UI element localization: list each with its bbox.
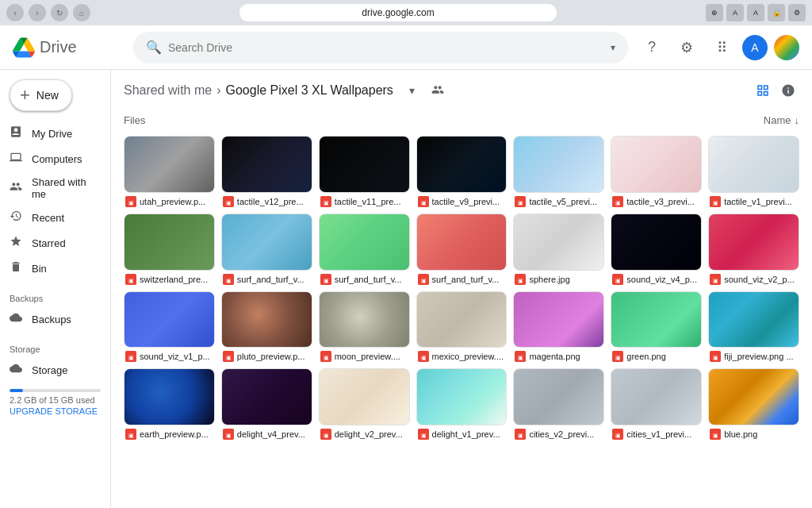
new-button[interactable]: + New	[10, 79, 72, 111]
file-item[interactable]: ▣tactile_v9_previ...	[416, 136, 508, 207]
sidebar-item-bin[interactable]: Bin	[0, 256, 104, 281]
file-name-text: sound_viz_v1_p...	[140, 352, 213, 361]
file-item[interactable]: ▣delight_v2_prev...	[319, 368, 410, 440]
browser-action-3[interactable]: A	[747, 4, 764, 21]
address-bar[interactable]: drive.google.com	[239, 4, 557, 21]
sidebar-item-backups[interactable]: Backups	[0, 306, 104, 332]
file-type-icon: ▣	[515, 429, 526, 440]
file-item[interactable]: ▣switzerland_pre...	[124, 214, 215, 285]
browser-action-4[interactable]: 🔒	[768, 4, 785, 21]
search-bar[interactable]: 🔍 ▾	[133, 32, 628, 64]
file-type-icon: ▣	[223, 196, 234, 207]
file-thumbnail	[319, 136, 410, 193]
file-type-icon: ▣	[418, 351, 429, 362]
sort-control[interactable]: Name ↓	[764, 114, 799, 126]
file-type-icon: ▣	[515, 351, 526, 362]
file-item[interactable]: ▣pluto_preview.p...	[221, 291, 312, 363]
file-name-text: surf_and_turf_v...	[335, 275, 408, 284]
file-thumbnail	[513, 368, 604, 425]
google-account-icon[interactable]	[774, 35, 799, 60]
file-thumbnail	[319, 368, 410, 425]
sidebar-item-recent[interactable]: Recent	[0, 205, 104, 230]
files-header: Files Name ↓	[124, 111, 799, 129]
search-dropdown-icon[interactable]: ▾	[611, 42, 615, 53]
grid-view-button[interactable]	[752, 79, 774, 102]
file-item[interactable]: ▣earth_preview.p...	[124, 368, 215, 440]
breadcrumb-share-button[interactable]	[427, 79, 449, 102]
file-item[interactable]: ▣tactile_v5_previ...	[513, 136, 604, 207]
file-item[interactable]: ▣mexico_preview....	[416, 291, 508, 363]
upgrade-storage-link[interactable]: UPGRADE STORAGE	[10, 406, 101, 416]
file-item[interactable]: ▣sound_viz_v1_p...	[124, 291, 215, 363]
breadcrumb-parent-link[interactable]: Shared with me	[124, 83, 212, 98]
sidebar-item-shared[interactable]: Shared with me	[0, 171, 104, 205]
file-item[interactable]: ▣surf_and_turf_v...	[319, 214, 410, 285]
nav-forward-button[interactable]: ›	[29, 4, 46, 21]
info-panel-button[interactable]	[777, 79, 799, 102]
file-item[interactable]: ▣cities_v1_previ...	[611, 368, 702, 440]
file-type-icon: ▣	[612, 196, 623, 207]
svg-text:▣: ▣	[128, 199, 134, 205]
my-drive-icon	[10, 125, 22, 141]
file-name-text: fiji_preview.png ...	[724, 352, 798, 361]
file-item[interactable]: ▣delight_v1_prev...	[416, 368, 508, 440]
file-item[interactable]: ▣green.png	[611, 291, 702, 363]
file-item[interactable]: ▣tactile_v3_previ...	[611, 136, 702, 207]
file-item[interactable]: ▣tactile_v12_pre...	[221, 136, 312, 207]
file-item[interactable]: ▣magenta.png	[513, 291, 604, 363]
svg-text:▣: ▣	[323, 277, 328, 283]
file-item[interactable]: ▣fiji_preview.png ...	[708, 291, 799, 363]
search-input[interactable]	[168, 41, 604, 54]
nav-back-button[interactable]: ‹	[6, 4, 24, 21]
sidebar-item-label: Recent	[32, 212, 64, 224]
svg-text:▣: ▣	[323, 433, 328, 438]
file-name-text: surf_and_turf_v...	[237, 275, 311, 284]
sidebar-item-storage[interactable]: Storage	[0, 357, 104, 383]
nav-reload-button[interactable]: ↻	[51, 4, 68, 21]
svg-text:▣: ▣	[420, 355, 426, 360]
file-item[interactable]: ▣tactile_v11_pre...	[319, 136, 410, 207]
files-section-label: Files	[124, 114, 145, 126]
file-name-text: earth_preview.p...	[140, 429, 213, 439]
svg-text:▣: ▣	[225, 277, 231, 283]
browser-action-5[interactable]: ⚙	[788, 4, 806, 21]
file-item[interactable]: ▣tactile_v1_previ...	[708, 136, 799, 207]
file-item[interactable]: ▣utah_preview.p...	[124, 136, 215, 207]
sort-direction-icon: ↓	[795, 114, 800, 126]
svg-text:▣: ▣	[128, 355, 134, 360]
file-type-icon: ▣	[320, 196, 331, 207]
help-button[interactable]: ?	[638, 33, 666, 62]
sidebar-item-my-drive[interactable]: My Drive	[0, 121, 104, 146]
file-item[interactable]: ▣sound_viz_v2_p...	[708, 214, 799, 285]
file-item[interactable]: ▣surf_and_turf_v...	[221, 214, 312, 285]
file-type-icon: ▣	[515, 274, 526, 285]
file-name-text: sound_viz_v4_p...	[626, 275, 700, 284]
svg-text:▣: ▣	[713, 433, 718, 438]
sidebar-item-label: Computers	[32, 153, 82, 165]
file-type-icon: ▣	[710, 274, 721, 285]
svg-text:▣: ▣	[518, 355, 523, 360]
breadcrumb-separator: ›	[216, 83, 220, 98]
file-item[interactable]: ▣surf_and_turf_v...	[416, 214, 508, 285]
file-type-icon: ▣	[223, 351, 234, 362]
browser-action-1[interactable]: ⊕	[706, 4, 723, 21]
file-thumbnail	[416, 368, 508, 425]
file-item[interactable]: ▣sound_viz_v4_p...	[611, 214, 702, 285]
file-item[interactable]: ▣moon_preview....	[319, 291, 410, 363]
sidebar-item-starred[interactable]: Starred	[0, 230, 104, 256]
file-item[interactable]: ▣sphere.jpg	[513, 214, 604, 285]
file-item[interactable]: ▣cities_v2_previ...	[513, 368, 604, 440]
account-avatar[interactable]: A	[742, 35, 768, 60]
file-item[interactable]: ▣blue.png	[708, 368, 799, 440]
breadcrumb-dropdown-button[interactable]: ▾	[401, 79, 423, 102]
file-item[interactable]: ▣delight_v4_prev...	[221, 368, 312, 440]
apps-button[interactable]: ⠿	[707, 33, 736, 62]
file-thumbnail	[416, 214, 508, 271]
nav-home-button[interactable]: ⌂	[73, 4, 90, 21]
sidebar-item-computers[interactable]: Computers	[0, 146, 104, 171]
storage-icon	[10, 362, 22, 378]
settings-button[interactable]: ⚙	[672, 33, 701, 62]
sidebar: + New My Drive Computers Shared with	[0, 70, 111, 508]
browser-action-2[interactable]: A	[726, 4, 744, 21]
sidebar-item-label: Bin	[32, 263, 47, 275]
